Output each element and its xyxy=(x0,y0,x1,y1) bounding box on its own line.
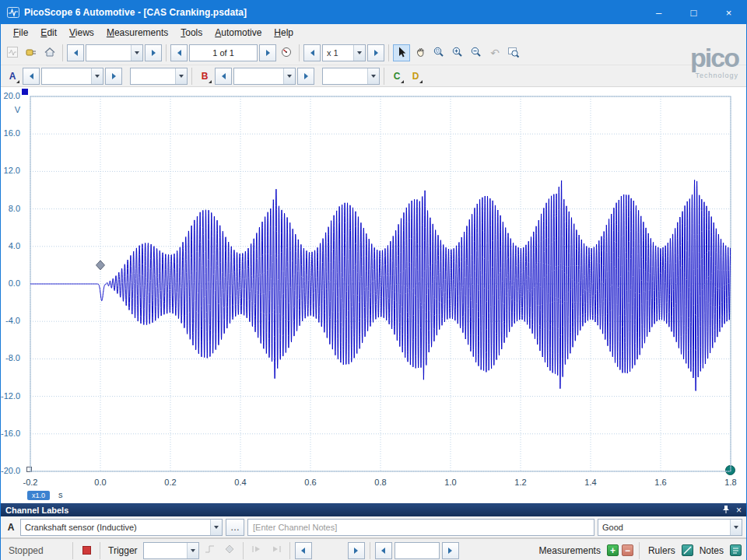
undo-zoom-button[interactable]: ↶ xyxy=(486,44,503,61)
waveform-next-button[interactable] xyxy=(259,44,276,61)
zoom-select[interactable]: x 1 xyxy=(322,44,366,61)
zoom-next-button[interactable] xyxy=(367,44,384,61)
x-axis-tick: 1.0 xyxy=(433,478,468,487)
maximize-button[interactable]: □ xyxy=(676,1,711,24)
waveform-index[interactable]: 1 of 1 xyxy=(189,44,258,61)
statusbar-separator xyxy=(243,542,244,559)
right-arrow-icon xyxy=(448,548,452,554)
left-arrow-icon xyxy=(74,50,78,56)
remove-measurement-button[interactable]: − xyxy=(622,544,633,556)
buffer-next-button[interactable] xyxy=(145,44,162,61)
left-arrow-icon xyxy=(310,50,314,56)
menu-item-views[interactable]: Views xyxy=(63,25,100,40)
home-icon xyxy=(44,46,56,61)
toolbar-separator xyxy=(388,44,389,61)
add-measurement-button[interactable]: + xyxy=(607,544,619,556)
x-axis-tick: 0.6 xyxy=(293,478,328,487)
buffer-overview-button[interactable] xyxy=(278,44,295,61)
zoom-overview-button[interactable] xyxy=(505,44,522,61)
zoom-out-tool-button[interactable] xyxy=(468,44,485,61)
channel-c-button[interactable]: C xyxy=(388,68,405,85)
statusbar-separator xyxy=(289,542,290,559)
notes-icon[interactable] xyxy=(730,544,742,556)
connect-device-button[interactable] xyxy=(23,44,40,61)
zoom-in-tool-button[interactable] xyxy=(449,44,466,61)
x-axis-tick: 0.4 xyxy=(223,478,258,487)
channel-b-label: B xyxy=(202,71,209,82)
trigger-marker-button[interactable] xyxy=(221,542,238,559)
buffer-select[interactable] xyxy=(86,44,143,61)
menu-item-edit[interactable]: Edit xyxy=(34,25,63,40)
menu-item-measurements[interactable]: Measurements xyxy=(100,25,174,40)
channel-b-range-select[interactable] xyxy=(233,68,296,85)
trigger-rising-edge-button[interactable] xyxy=(202,542,219,559)
rulers-icon[interactable] xyxy=(682,544,693,556)
main-toolbar: 1 of 1 x 1 ↶ xyxy=(1,41,746,65)
pre-trigger-arrow-button[interactable] xyxy=(248,542,265,559)
buffer-prev-button[interactable] xyxy=(67,44,84,61)
channel-b-coupling-select[interactable] xyxy=(322,68,380,85)
quality-select[interactable]: Good xyxy=(598,519,742,536)
probe-select[interactable]: Crankshaft sensor (Inductive) xyxy=(20,519,223,536)
toolbar-separator xyxy=(62,44,63,61)
waveform-prev-button[interactable] xyxy=(170,44,188,61)
waveform-plot[interactable] xyxy=(23,93,740,476)
notes-button[interactable]: Notes xyxy=(696,545,727,556)
chevron-down-icon xyxy=(357,51,362,54)
channel-toolbar: A B C D xyxy=(1,65,746,86)
new-capture-button[interactable] xyxy=(4,44,21,61)
x-axis-tick: 1.4 xyxy=(573,478,608,487)
channel-notes-input[interactable] xyxy=(247,519,594,536)
connect-device-icon xyxy=(25,46,37,61)
zoom-out-icon xyxy=(470,46,482,61)
trigger-time-decrease-button[interactable] xyxy=(295,542,312,559)
channel-a-range-next-button[interactable] xyxy=(105,68,122,85)
trigger-time-increase-button[interactable] xyxy=(348,542,365,559)
channel-b-button[interactable]: B xyxy=(196,68,213,85)
menu-item-tools[interactable]: Tools xyxy=(174,25,209,40)
channel-d-button[interactable]: D xyxy=(407,68,424,85)
minimize-button[interactable]: – xyxy=(641,1,676,24)
home-button[interactable] xyxy=(41,44,58,61)
stop-button[interactable] xyxy=(78,542,95,559)
channel-a-range-select[interactable] xyxy=(41,68,103,85)
trigger-marker[interactable] xyxy=(96,261,105,270)
y-axis-tick: 16.0 xyxy=(1,128,20,138)
hand-tool-button[interactable] xyxy=(412,44,429,61)
window-zoom-tool-button[interactable] xyxy=(430,44,447,61)
measurements-button[interactable]: Measurements xyxy=(536,545,604,556)
channel-b-range-prev-button[interactable] xyxy=(215,68,232,85)
pretrigger-percent-decrease-button[interactable] xyxy=(375,542,392,559)
rulers-button[interactable]: Rulers xyxy=(645,545,679,556)
waveform-icon xyxy=(6,46,19,61)
chevron-down-icon xyxy=(135,51,139,54)
chevron-down-icon xyxy=(214,526,219,529)
trigger-mode-select[interactable] xyxy=(143,542,199,559)
chevron-down-icon xyxy=(371,75,376,78)
y-axis-unit: V xyxy=(1,105,20,114)
channel-a-button[interactable]: A xyxy=(4,68,21,85)
zoom-prev-button[interactable] xyxy=(303,44,321,61)
close-button[interactable]: × xyxy=(711,1,746,24)
pretrigger-percent-increase-button[interactable] xyxy=(442,542,459,559)
x-axis-unit: s xyxy=(58,490,63,499)
capture-state-label[interactable]: Stopped xyxy=(5,545,68,556)
pin-icon[interactable] xyxy=(722,505,730,516)
y-axis-tick: 4.0 xyxy=(1,241,20,250)
post-trigger-arrow-button[interactable] xyxy=(268,542,285,559)
scope-area[interactable]: V x1.0 s 20.016.012.08.04.00.0-4.0-8.0-1… xyxy=(1,87,746,503)
caret-box xyxy=(283,68,295,84)
probe-more-button[interactable]: … xyxy=(226,519,244,536)
panel-close-button[interactable]: × xyxy=(736,505,742,516)
channel-a-coupling-select[interactable] xyxy=(130,68,188,85)
menu-item-automotive[interactable]: Automotive xyxy=(209,25,268,40)
pretrigger-percent-field[interactable] xyxy=(395,542,440,559)
statusbar-separator xyxy=(639,542,640,559)
menu-item-file[interactable]: File xyxy=(7,25,34,40)
normal-selection-tool-button[interactable] xyxy=(393,44,410,61)
arrow-bar-left-icon xyxy=(251,544,262,557)
channel-b-range-next-button[interactable] xyxy=(297,68,314,85)
quality-select-value: Good xyxy=(602,523,623,532)
menu-item-help[interactable]: Help xyxy=(268,25,300,40)
channel-a-range-prev-button[interactable] xyxy=(23,68,40,85)
